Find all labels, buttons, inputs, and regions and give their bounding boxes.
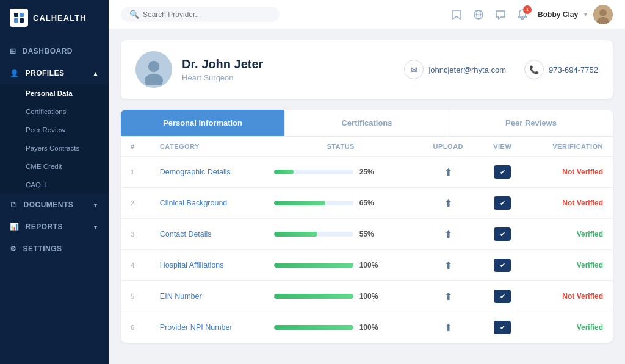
sidebar-item-documents[interactable]: 🗋 Documents ▼ [0,194,109,216]
user-name: Bobby Clay [538,10,578,19]
chat-icon[interactable] [494,8,507,21]
row-view[interactable]: ✔ [479,281,526,312]
main-area: 🔍 [109,0,625,364]
sidebar-item-payers-contracts[interactable]: Payers Contracts [0,139,109,157]
row-view[interactable]: ✔ [479,312,526,343]
search-box[interactable]: 🔍 [121,7,280,22]
upload-icon[interactable]: ⬆ [444,260,452,271]
phone-icon: 📞 [524,60,544,79]
logo-icon [10,9,28,27]
row-status: 55% [264,219,417,250]
svg-rect-3 [20,18,24,23]
upload-icon[interactable]: ⬆ [444,291,452,302]
verification-status: Verified [577,230,603,238]
chevron-down-icon: ▼ [93,224,99,230]
sidebar-item-personal-data[interactable]: Personal Data [0,84,109,102]
row-verification: Not Verified [526,157,613,188]
table-row: 5 EIN Number 100% ⬆ ✔ Not Verified [121,281,613,312]
profile-info: Dr. John Jeter Heart Surgeon [182,57,263,82]
row-category[interactable]: Provider NPI Number [150,312,264,343]
chevron-down-icon: ▼ [93,202,99,209]
topbar-icons: 1 Bobby Clay ▼ [450,5,613,24]
progress-pct: 100% [359,292,378,301]
progress-pct: 55% [359,230,378,238]
row-view[interactable]: ✔ [479,157,526,188]
sidebar-item-peer-review[interactable]: Peer Review [0,121,109,139]
row-num: 3 [121,219,150,250]
view-button[interactable]: ✔ [494,227,511,241]
search-icon: 🔍 [129,10,139,19]
row-view[interactable]: ✔ [479,188,526,219]
row-category[interactable]: Demographic Details [150,157,264,188]
sidebar-item-label: Settings [23,244,62,253]
profile-avatar [135,51,172,88]
row-category[interactable]: EIN Number [150,281,264,312]
profile-left: Dr. John Jeter Heart Surgeon [135,51,263,88]
sidebar-item-certifications[interactable]: Certifications [0,102,109,121]
profile-phone: 📞 973-694-7752 [524,60,598,79]
sidebar-item-reports[interactable]: 📊 Reports ▼ [0,216,109,238]
progress-bar-fill [274,232,318,237]
svg-rect-1 [20,13,24,17]
notification-badge: 1 [523,5,532,14]
tab-personal-information[interactable]: Personal Information [121,110,285,136]
upload-icon[interactable]: ⬆ [444,198,452,209]
globe-icon[interactable] [472,8,485,21]
logo-area[interactable]: CALHEALTH [0,0,109,35]
sidebar-item-label: Documents [24,201,74,209]
upload-icon[interactable]: ⬆ [444,167,452,177]
tabs-section: Personal Information Certifications Peer… [121,110,613,343]
row-status: 25% [264,157,417,188]
user-info[interactable]: Bobby Clay ▼ [538,5,613,24]
row-view[interactable]: ✔ [479,219,526,250]
row-verification: Verified [526,312,613,343]
col-header-num: # [121,137,150,157]
sidebar-item-caqh[interactable]: CAQH [0,176,109,194]
row-upload[interactable]: ⬆ [417,157,479,188]
progress-bar-bg [274,170,353,174]
upload-icon[interactable]: ⬆ [444,323,452,333]
row-num: 6 [121,312,150,343]
verification-status: Not Verified [562,199,603,207]
row-category[interactable]: Contact Details [150,219,264,250]
progress-bar-bg [274,325,353,330]
view-button[interactable]: ✔ [494,165,511,179]
row-num: 5 [121,281,150,312]
row-upload[interactable]: ⬆ [417,312,479,343]
notification-icon[interactable]: 1 [516,8,529,21]
bookmark-icon[interactable] [450,8,463,21]
row-upload[interactable]: ⬆ [417,188,479,219]
row-verification: Verified [526,219,613,250]
profile-title: Heart Surgeon [182,73,263,82]
sidebar-item-cme-credit[interactable]: CME Credit [0,157,109,176]
gear-icon: ⚙ [10,244,17,253]
row-category[interactable]: Hospital Affiliations [150,250,264,281]
view-button[interactable]: ✔ [494,259,511,272]
progress-bar-fill [274,294,353,299]
row-upload[interactable]: ⬆ [417,250,479,281]
row-upload[interactable]: ⬆ [417,281,479,312]
view-button[interactable]: ✔ [494,321,511,334]
sidebar-item-dashboard[interactable]: ⊞ Dashboard [0,40,109,62]
sidebar-item-profiles[interactable]: 👤 Profiles ▲ [0,62,109,84]
row-upload[interactable]: ⬆ [417,219,479,250]
progress-pct: 100% [359,261,378,269]
upload-icon[interactable]: ⬆ [444,229,452,240]
tab-certifications[interactable]: Certifications [285,110,449,136]
search-input[interactable] [143,10,271,19]
progress-bar-bg [274,232,353,237]
row-view[interactable]: ✔ [479,250,526,281]
row-num: 1 [121,157,150,188]
svg-point-8 [599,9,607,16]
verification-status: Verified [577,323,603,332]
row-category[interactable]: Clinical Background [150,188,264,219]
row-status: 100% [264,250,417,281]
svg-rect-0 [14,13,18,17]
table-row: 4 Hospital Affiliations 100% ⬆ ✔ Verifie… [121,250,613,281]
progress-bar-bg [274,294,353,299]
tab-peer-reviews[interactable]: Peer Reviews [449,110,613,136]
view-button[interactable]: ✔ [494,196,511,210]
sidebar-item-settings[interactable]: ⚙ Settings [0,238,109,260]
view-button[interactable]: ✔ [494,290,511,303]
progress-bar-fill [274,325,353,330]
